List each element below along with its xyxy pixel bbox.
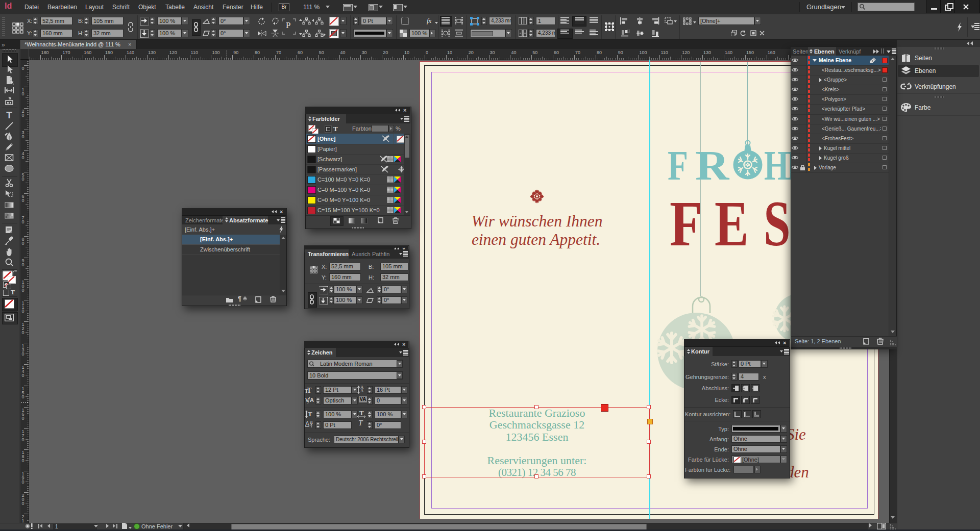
svg-text:T: T xyxy=(6,110,12,120)
